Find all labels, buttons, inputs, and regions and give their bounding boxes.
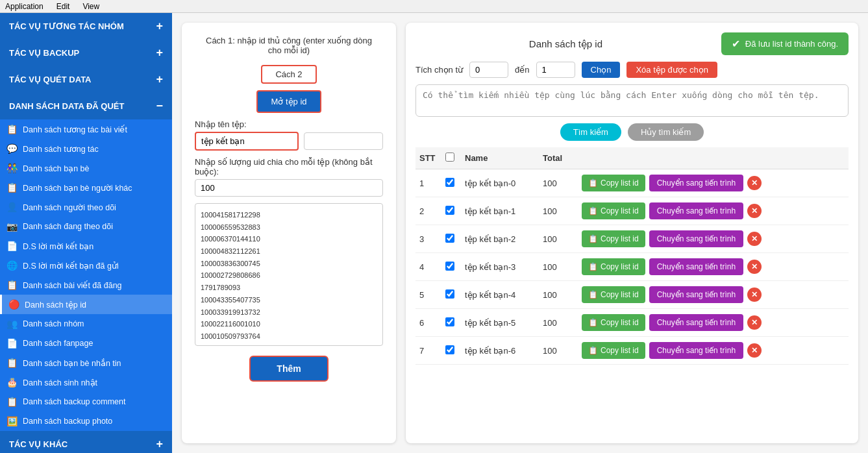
menu-edit[interactable]: Edit [56, 2, 70, 11]
them-button[interactable]: Thêm [249, 356, 328, 382]
uid-item: 100004832112261 [201, 245, 377, 258]
sidebar-header-danh-sach[interactable]: DANH SÁCH DATA ĐÃ QUÉT − [0, 93, 172, 119]
delete-row-button[interactable]: ✕ [747, 343, 762, 358]
success-toast: ✔ Đã lưu list id thành công. [721, 32, 849, 55]
cell-stt: 4 [415, 253, 441, 281]
delete-row-button[interactable]: ✕ [747, 288, 762, 302]
search-buttons: Tìm kiếm Hủy tìm kiếm [415, 123, 849, 141]
sidebar-item-tuong-tac[interactable]: 💬 Danh sách tương tác [0, 139, 172, 158]
sidebar-item-label: Danh sách tương tác bài viết [23, 125, 127, 134]
cell-checkbox[interactable] [441, 197, 461, 225]
delete-row-button[interactable]: ✕ [747, 204, 762, 218]
sidebar-item-label: D.S lời mời kết bạn đã gửi [23, 261, 119, 271]
copy-list-id-button[interactable]: 📋 Copy list id [582, 202, 645, 219]
sidebar-header-label: TÁC VỤ TƯƠNG TÁC NHÓM [9, 21, 124, 31]
table-row: 6 tệp kết bạn-5 100 📋 Copy list id Chuyể… [415, 309, 849, 337]
filter-to-input[interactable] [536, 62, 575, 78]
sidebar-item-ban-be[interactable]: 👫 Danh sách bạn bè [0, 158, 172, 178]
sidebar-item-ban-be-nhan-tin[interactable]: 📋 Danh sách bạn bè nhắn tin [0, 353, 172, 373]
chuyen-sang-tien-trinh-button[interactable]: Chuyển sang tiến trình [649, 286, 743, 303]
sidebar-header-khac[interactable]: TÁC VỤ KHÁC + [0, 431, 172, 453]
chuyen-sang-tien-trinh-button[interactable]: Chuyển sang tiến trình [649, 202, 743, 219]
uid-item: 100005600767388 [201, 343, 377, 346]
row-checkbox[interactable] [445, 206, 454, 215]
right-panel-title: Danh sách tệp id [529, 38, 602, 49]
chuyen-sang-tien-trinh-button[interactable]: Chuyển sang tiến trình [649, 230, 743, 247]
th-stt: STT [415, 147, 441, 169]
sidebar-item-tuong-tac-bai-viet[interactable]: 📋 Danh sách tương tác bài viết [0, 119, 172, 139]
sidebar-item-sinh-nhat[interactable]: 🎂 Danh sách sinh nhật [0, 373, 172, 392]
copy-list-id-button[interactable]: 📋 Copy list id [582, 175, 645, 191]
sidebar-item-label: Danh sách fanpage [23, 339, 93, 348]
uid-count-input[interactable] [195, 179, 383, 197]
sidebar-item-loi-moi-da-gui[interactable]: 🌐 D.S lời mời kết bạn đã gửi [0, 256, 172, 275]
cell-checkbox[interactable] [441, 169, 461, 197]
chon-button[interactable]: Chọn [582, 62, 621, 78]
sidebar-header-tuong-tac-nhom[interactable]: TÁC VỤ TƯƠNG TÁC NHÓM + [0, 13, 172, 40]
file-name-input[interactable] [195, 132, 299, 151]
cell-actions: 📋 Copy list id Chuyển sang tiến trình ✕ [578, 253, 849, 281]
file-input-label: Nhập tên tệp: [195, 119, 383, 129]
copy-list-id-button[interactable]: 📋 Copy list id [582, 342, 645, 359]
huy-tim-kiem-button[interactable]: Hủy tìm kiếm [628, 123, 704, 141]
sidebar-item-fanpage[interactable]: 📄 Danh sách fanpage [0, 334, 172, 353]
delete-row-button[interactable]: ✕ [747, 176, 762, 190]
toast-message: Đã lưu list id thành công. [745, 39, 838, 49]
cell-checkbox[interactable] [441, 281, 461, 309]
sidebar-item-label: Danh sách tương tác [23, 144, 99, 154]
sidebar-item-tep-id[interactable]: 🔴 Danh sách tệp id [0, 295, 172, 314]
copy-icon: 📋 [588, 178, 598, 188]
cell-checkbox[interactable] [441, 225, 461, 253]
cell-checkbox[interactable] [441, 337, 461, 365]
row-checkbox[interactable] [445, 262, 454, 271]
sidebar-header-quet-data[interactable]: TÁC VỤ QUÉT DATA + [0, 66, 172, 93]
copy-list-id-button[interactable]: 📋 Copy list id [582, 286, 645, 303]
delete-row-button[interactable]: ✕ [747, 232, 762, 246]
copy-list-id-button[interactable]: 📋 Copy list id [582, 314, 645, 331]
sidebar-item-icon: 💬 [6, 143, 18, 154]
chuyen-sang-tien-trinh-button[interactable]: Chuyển sang tiến trình [649, 258, 743, 275]
content-area: Cách 1: nhập id thủ công (enter xuống dò… [172, 13, 868, 453]
search-input[interactable] [415, 84, 849, 117]
cell-stt: 6 [415, 309, 441, 337]
sidebar-item-nhom[interactable]: 👥 Danh sách nhóm [0, 314, 172, 334]
sidebar-item-ban-be-nguoi-khac[interactable]: 📋 Danh sách bạn bè người khác [0, 178, 172, 197]
sidebar-item-label: Danh sách bạn bè người khác [23, 183, 132, 193]
sidebar-item-dang-theo-doi[interactable]: 📷 Danh sách đang theo dõi [0, 217, 172, 236]
cach2-button[interactable]: Cách 2 [261, 65, 316, 84]
delete-row-button[interactable]: ✕ [747, 315, 762, 330]
xoa-button[interactable]: Xóa tệp được chọn [626, 62, 717, 78]
sidebar-item-bai-viet[interactable]: 📋 Danh sách bài viết đã đăng [0, 275, 172, 295]
chuyen-sang-tien-trinh-button[interactable]: Chuyển sang tiến trình [649, 314, 743, 331]
filter-label: Tích chọn từ [415, 65, 463, 75]
copy-list-id-button[interactable]: 📋 Copy list id [582, 230, 645, 247]
menu-application[interactable]: Application [5, 2, 43, 11]
row-checkbox[interactable] [445, 345, 454, 354]
chuyen-sang-tien-trinh-button[interactable]: Chuyển sang tiến trình [649, 175, 743, 191]
copy-list-id-button[interactable]: 📋 Copy list id [582, 258, 645, 275]
row-checkbox[interactable] [445, 317, 454, 326]
sidebar-item-backup-comment[interactable]: 📋 Danh sách backup comment [0, 392, 172, 411]
filter-den-label: đến [515, 65, 529, 75]
sidebar-item-label: Danh sách bạn bè nhắn tin [23, 358, 121, 368]
th-total: Total [539, 147, 578, 169]
sidebar-header-backup[interactable]: TÁC VỤ BACKUP + [0, 40, 172, 66]
row-checkbox[interactable] [445, 178, 454, 187]
file-extra-input[interactable] [304, 132, 383, 150]
cell-checkbox[interactable] [441, 253, 461, 281]
delete-row-button[interactable]: ✕ [747, 260, 762, 274]
menu-view[interactable]: View [82, 2, 99, 11]
chuyen-sang-tien-trinh-button[interactable]: Chuyển sang tiến trình [649, 342, 743, 359]
filter-from-input[interactable] [469, 62, 508, 78]
sidebar-item-icon: 🖼️ [6, 416, 18, 426]
tim-kiem-button[interactable]: Tìm kiếm [560, 123, 621, 141]
row-checkbox[interactable] [445, 289, 454, 299]
select-all-checkbox[interactable] [445, 153, 454, 162]
open-file-button[interactable]: Mở tệp id [256, 90, 321, 113]
sidebar-item-icon: 👥 [6, 319, 18, 329]
cell-checkbox[interactable] [441, 309, 461, 337]
row-checkbox[interactable] [445, 234, 454, 243]
sidebar-item-backup-photo[interactable]: 🖼️ Danh sách backup photo [0, 411, 172, 431]
sidebar-item-loi-moi[interactable]: 📄 D.S lời mời kết bạn [0, 236, 172, 256]
sidebar-item-nguoi-theo-doi[interactable]: 👤 Danh sách người theo dõi [0, 197, 172, 217]
